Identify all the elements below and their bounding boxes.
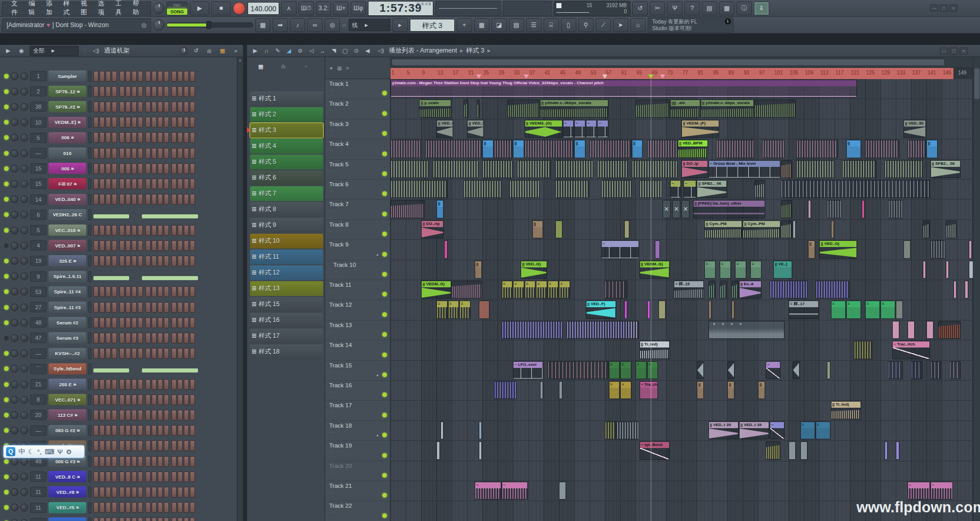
clip[interactable]: ≡ [436, 301, 448, 318]
step-cell[interactable] [132, 102, 137, 112]
clip[interactable] [559, 381, 562, 399]
step-cell[interactable] [126, 317, 131, 328]
clip[interactable]: ≡ [750, 261, 762, 279]
step-cell[interactable] [100, 348, 105, 359]
step-cell[interactable] [100, 225, 105, 236]
cut-icon[interactable]: ✂ [650, 2, 665, 15]
clip[interactable]: ≡ [525, 281, 536, 299]
step-cell[interactable] [106, 517, 111, 521]
track-header[interactable]: Track 7... [325, 200, 390, 219]
clip[interactable]: ≡ [865, 301, 880, 318]
pat-song-toggle[interactable]: PAT SONG [166, 2, 188, 15]
pan-knob[interactable] [11, 473, 18, 481]
step-cell[interactable] [112, 179, 117, 189]
step-cell[interactable] [93, 425, 99, 436]
clip[interactable] [831, 220, 835, 238]
track-led[interactable] [382, 493, 387, 498]
step-cell[interactable] [100, 194, 105, 205]
clip[interactable] [854, 341, 873, 359]
channel-led[interactable] [4, 490, 9, 494]
step-cell[interactable] [100, 286, 105, 297]
step-cell[interactable] [132, 194, 137, 205]
track-lane[interactable]: ~ ~ || SFB2.._06 [390, 180, 973, 200]
clip[interactable] [923, 220, 930, 238]
step-cell[interactable] [178, 132, 183, 143]
main-volume-knob[interactable] [153, 3, 164, 14]
step-cell[interactable] [112, 333, 117, 343]
step-cell[interactable] [119, 240, 125, 251]
step-cell[interactable] [184, 256, 189, 266]
pan-knob[interactable] [11, 411, 18, 419]
step-cell[interactable] [138, 148, 143, 159]
step-cell[interactable] [145, 317, 151, 328]
channel-led[interactable] [4, 351, 9, 356]
mixer-icon[interactable]: ☰ [526, 18, 542, 32]
step-cell[interactable] [184, 225, 189, 236]
step-sequencer[interactable] [93, 456, 195, 467]
clip[interactable]: ~ [475, 482, 501, 500]
volume-knob[interactable] [20, 396, 28, 404]
clip[interactable] [793, 220, 796, 238]
clip[interactable] [502, 321, 562, 339]
track-options[interactable]: ... [329, 288, 387, 293]
step-cell[interactable] [106, 194, 111, 205]
step-cell[interactable] [152, 163, 157, 174]
channel-button[interactable]: 006ılıı [48, 132, 86, 143]
step-sequencer[interactable] [93, 365, 198, 373]
clip[interactable]: ≡ [502, 281, 513, 299]
close-button[interactable]: × [949, 5, 958, 12]
step-cell[interactable] [158, 225, 163, 236]
step-cell[interactable] [172, 472, 177, 482]
step-cell[interactable] [172, 333, 177, 343]
clip[interactable]: || Cym..PM [743, 220, 780, 238]
step-cell[interactable] [106, 502, 111, 513]
step-cell[interactable] [126, 132, 131, 143]
step-cell[interactable] [100, 456, 105, 467]
channel-target-number[interactable]: 6 [30, 210, 46, 220]
step-cell[interactable] [106, 148, 111, 159]
channel-led[interactable] [4, 382, 9, 387]
track-header[interactable]: Track 20... [325, 461, 390, 481]
step-cell[interactable] [100, 440, 105, 451]
clip[interactable]: || SFB2.._06 [697, 180, 727, 198]
channel-target-number[interactable]: 21 [30, 379, 46, 389]
track-options[interactable]: ... [333, 268, 387, 273]
channel-button[interactable]: VEC..071ılıı [48, 394, 86, 405]
step-cell[interactable] [106, 487, 111, 498]
clip[interactable] [720, 281, 727, 299]
clip[interactable]: || VED..G) [819, 240, 857, 258]
step-cell[interactable] [172, 379, 177, 390]
step-cell[interactable] [164, 456, 169, 467]
clip[interactable] [885, 160, 922, 178]
step-cell[interactable] [158, 71, 163, 82]
step-cell[interactable] [178, 379, 183, 390]
track-led[interactable] [382, 413, 387, 417]
step-cell[interactable] [106, 394, 111, 405]
step-cell[interactable] [145, 194, 151, 205]
step-cell[interactable] [190, 286, 195, 297]
step-cell[interactable] [112, 440, 117, 451]
step-cell[interactable] [100, 148, 105, 159]
ime-punct-icon[interactable]: °, [37, 448, 42, 456]
pan-knob[interactable] [11, 211, 18, 218]
step-cell[interactable] [126, 148, 131, 159]
volume-knob[interactable] [20, 427, 28, 434]
clip[interactable]: || DO..rip [421, 220, 444, 238]
step-cell[interactable] [100, 517, 105, 521]
step-cell[interactable] [138, 333, 143, 343]
step-cell[interactable] [145, 517, 151, 521]
clip[interactable] [903, 240, 911, 258]
track-options[interactable]: ... [329, 328, 387, 333]
step-cell[interactable] [112, 225, 117, 236]
clip[interactable] [789, 441, 796, 459]
step-cell[interactable] [100, 425, 105, 436]
step-cell[interactable] [126, 117, 131, 128]
close-button[interactable]: × [960, 47, 968, 55]
channel-led[interactable] [4, 212, 9, 217]
volume-knob[interactable] [20, 272, 28, 280]
channel-button[interactable]: VEDM..E)ılıı [48, 117, 86, 128]
clip[interactable] [494, 140, 513, 158]
volume-knob[interactable] [20, 72, 28, 80]
step-cell[interactable] [164, 240, 169, 251]
channel-led[interactable] [4, 74, 9, 79]
